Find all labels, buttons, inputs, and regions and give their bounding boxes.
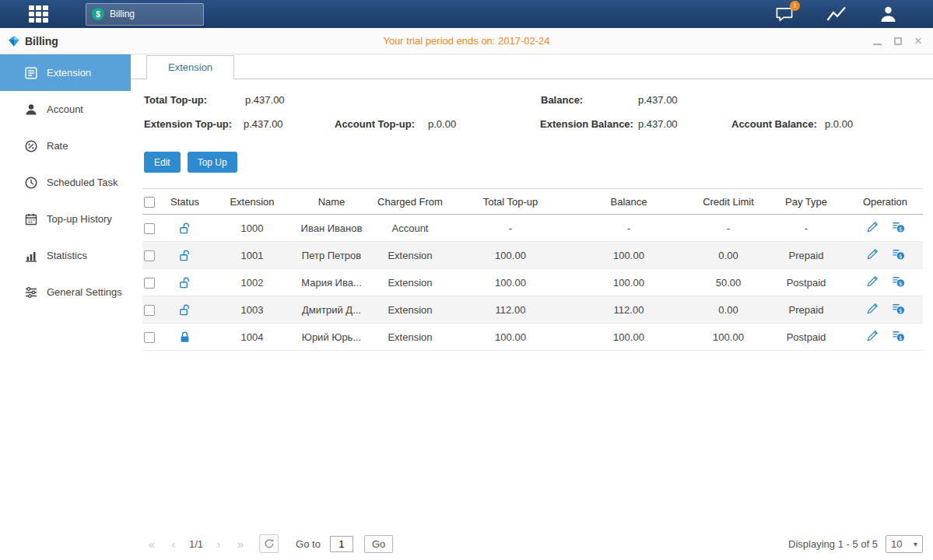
sidebar-item-extension[interactable]: Extension — [0, 54, 131, 91]
account-topup-value: p.0.00 — [428, 118, 456, 130]
sidebar-item-statistics[interactable]: Statistics — [0, 237, 131, 274]
sidebar-item-topup-history[interactable]: Top-up History — [0, 201, 131, 237]
column-header-pay-type: Pay Type — [765, 189, 847, 215]
extension-cell: 1002 — [206, 269, 298, 296]
table-row: 1001Петр ПетровExtension100.00100.000.00… — [142, 242, 923, 269]
sidebar-item-label: General Settings — [47, 286, 122, 298]
column-header-name: Name — [298, 189, 365, 215]
pay-type-cell: Prepaid — [765, 296, 847, 324]
unlock-icon — [178, 221, 191, 233]
billing-app-tab[interactable]: $ Billing — [86, 3, 204, 26]
chevron-down-icon: ▾ — [914, 540, 917, 548]
sidebar-item-scheduled-task[interactable]: Scheduled Task — [0, 164, 131, 201]
sidebar-item-general-settings[interactable]: General Settings — [0, 274, 131, 310]
edit-icon[interactable] — [866, 302, 879, 315]
total-topup-label: Total Top-up: — [144, 94, 207, 106]
credit-limit-cell: 50.00 — [692, 269, 765, 296]
sidebar-item-account[interactable]: Account — [0, 91, 131, 128]
billing-record-icon[interactable]: $ — [892, 302, 905, 315]
top-up-button[interactable]: Top Up — [188, 152, 237, 173]
charged-from-cell: Account — [365, 215, 455, 242]
edit-icon[interactable] — [866, 329, 879, 342]
billing-record-icon[interactable]: $ — [892, 220, 905, 233]
unlock-icon — [178, 275, 191, 287]
billing-dollar-icon: $ — [92, 8, 104, 20]
unlock-icon — [178, 303, 191, 314]
extension-balance-label: Extension Balance: — [540, 118, 633, 130]
tab-extension[interactable]: Extension — [146, 55, 234, 79]
credit-limit-cell: 100.00 — [692, 324, 765, 351]
sidebar-item-label: Scheduled Task — [47, 177, 118, 188]
next-page-icon[interactable]: › — [211, 537, 226, 551]
sidebar-item-label: Rate — [47, 140, 68, 152]
table-row: 1003Дмитрий Д...Extension112.00112.000.0… — [142, 296, 923, 324]
edit-button[interactable]: Edit — [144, 152, 181, 173]
pay-type-cell: Prepaid — [765, 242, 847, 269]
name-cell: Дмитрий Д... — [298, 296, 365, 324]
unlock-icon — [178, 248, 191, 260]
messages-icon[interactable]: ! — [774, 5, 794, 23]
sidebar-item-label: Account — [47, 103, 83, 115]
table-header-row: StatusExtensionNameCharged FromTotal Top… — [142, 189, 923, 215]
row-checkbox[interactable] — [144, 332, 155, 343]
goto-page-input[interactable] — [330, 536, 353, 552]
displaying-text: Displaying 1 - 5 of 5 — [788, 538, 878, 550]
billing-record-icon[interactable]: $ — [892, 329, 905, 342]
last-page-icon[interactable]: » — [233, 537, 248, 551]
total-topup-cell: 100.00 — [455, 242, 566, 269]
name-cell: Мария Ива... — [298, 269, 365, 296]
extension-cell: 1001 — [206, 242, 298, 269]
row-checkbox[interactable] — [144, 278, 155, 289]
pagination-bar: « ‹ 1/1 › » Go to Go Displaying 1 - 5 of… — [144, 534, 923, 553]
window-titlebar: Billing Your trial period ends on: 2017-… — [0, 28, 933, 54]
account-topup-label: Account Top-up: — [335, 118, 415, 130]
maximize-icon[interactable] — [894, 37, 902, 45]
statistics-icon — [24, 249, 38, 263]
apps-grid-icon[interactable] — [29, 5, 51, 23]
table-row: 1000Иван ИвановAccount----$ — [142, 215, 923, 242]
billing-record-icon[interactable]: $ — [892, 275, 905, 288]
account-balance-label: Account Balance: — [731, 118, 817, 130]
app-tab-label: Billing — [110, 9, 135, 19]
sidebar-item-label: Extension — [47, 67, 91, 79]
edit-icon[interactable] — [866, 220, 879, 233]
go-button[interactable]: Go — [364, 535, 393, 553]
total-topup-cell: 112.00 — [455, 296, 566, 324]
row-checkbox[interactable] — [144, 223, 155, 234]
total-topup-value: p.437.00 — [245, 94, 285, 106]
scheduled-task-icon — [24, 176, 38, 190]
user-account-icon[interactable] — [879, 5, 898, 23]
total-topup-cell: 100.00 — [455, 324, 566, 351]
edit-icon[interactable] — [866, 275, 879, 288]
column-header-credit-limit: Credit Limit — [692, 189, 765, 215]
charged-from-cell: Extension — [365, 324, 455, 351]
column-header-extension: Extension — [206, 189, 298, 215]
statistics-chart-icon[interactable] — [826, 5, 847, 23]
page-size-select[interactable]: 10 ▾ — [886, 535, 923, 553]
sidebar-item-label: Statistics — [47, 250, 87, 261]
billing-record-icon[interactable]: $ — [892, 247, 905, 261]
tab-bar: Extension — [131, 54, 933, 79]
credit-limit-cell: - — [692, 215, 765, 242]
extension-cell: 1000 — [206, 215, 298, 242]
svg-text:$: $ — [899, 253, 903, 260]
close-icon[interactable]: × — [914, 37, 922, 46]
select-all-checkbox[interactable] — [144, 197, 155, 208]
column-header-operation: Operation — [847, 189, 923, 215]
prev-page-icon[interactable]: ‹ — [166, 537, 181, 551]
extension-topup-label: Extension Top-up: — [144, 118, 232, 130]
account-balance-value: p.0.00 — [825, 118, 853, 130]
credit-limit-cell: 0.00 — [692, 296, 765, 324]
name-cell: Юрий Юрь... — [298, 324, 365, 351]
first-page-icon[interactable]: « — [144, 537, 160, 551]
rate-icon — [24, 139, 38, 153]
edit-icon[interactable] — [866, 247, 879, 261]
tab-label: Extension — [168, 61, 212, 73]
row-checkbox[interactable] — [144, 305, 155, 316]
minimize-icon[interactable] — [873, 37, 882, 45]
row-checkbox[interactable] — [144, 250, 155, 261]
column-header-status: Status — [163, 189, 206, 215]
column-header-total-top-up: Total Top-up — [455, 189, 566, 215]
refresh-icon[interactable] — [259, 534, 279, 553]
sidebar-item-rate[interactable]: Rate — [0, 128, 131, 164]
